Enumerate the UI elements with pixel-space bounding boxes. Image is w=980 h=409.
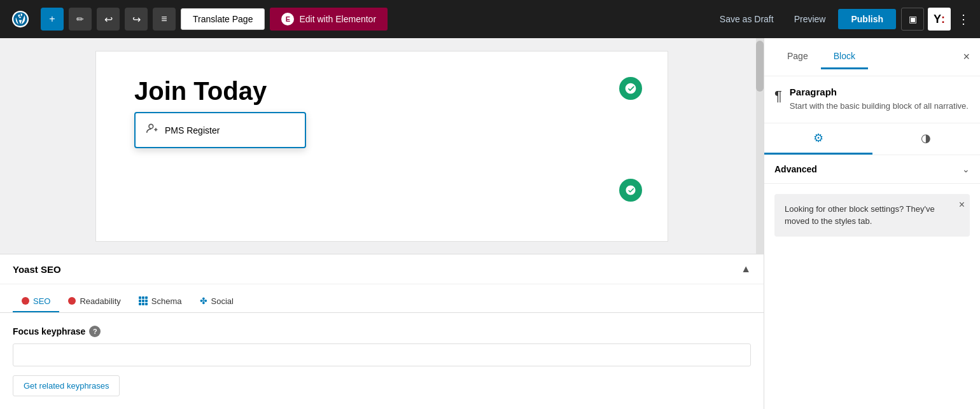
advanced-section[interactable]: Advanced ⌄ [764, 155, 980, 184]
toggle-sidebar-button[interactable]: ▣ [901, 8, 924, 31]
editor-area[interactable]: Join Today PMS Register /pms regis [0, 38, 764, 254]
elementor-button-label: Edit with Elementor [299, 14, 376, 24]
edit-with-elementor-button[interactable]: E Edit with Elementor [270, 8, 388, 31]
yoast-tab-social[interactable]: ✤ Social [191, 291, 242, 312]
preview-button[interactable]: Preview [787, 9, 834, 29]
sidebar-tab-block[interactable]: Block [821, 45, 868, 69]
sidebar-tabs: Page Block [774, 45, 868, 69]
scrollbar-thumb[interactable] [756, 41, 764, 92]
yoast-collapse-icon: ▲ [741, 263, 751, 275]
yoast-content: Focus keyphrase ? Get related keyphrases [0, 313, 764, 409]
social-icon: ✤ [200, 296, 207, 306]
yoast-seo-panel: Yoast SEO ▲ SEO Readability [0, 254, 764, 409]
yoast-tab-social-label: Social [211, 296, 234, 306]
page-title[interactable]: Join Today [134, 77, 629, 106]
settings-gear-icon: ⚙ [813, 131, 823, 145]
autocomplete-popup[interactable]: PMS Register [134, 112, 306, 148]
yoast-letter: Y [934, 13, 941, 26]
yoast-tab-seo[interactable]: SEO [13, 291, 59, 312]
more-options-button[interactable]: ⋮ [955, 9, 972, 29]
styles-contrast-icon: ◑ [921, 131, 931, 145]
block-type-desc: Start with the basic building block of a… [790, 100, 969, 113]
advanced-label: Advanced [774, 164, 817, 174]
sidebar: Page Block × ¶ Paragraph Start with the … [764, 38, 980, 409]
block-styles-tab[interactable]: ◑ [872, 123, 981, 155]
yoast-plugin-icon[interactable]: Y: [928, 8, 951, 31]
yoast-tab-schema[interactable]: Schema [130, 291, 191, 312]
focus-keyphrase-label: Focus keyphrase ? [13, 326, 751, 337]
yoast-dot: : [941, 13, 945, 26]
sidebar-tab-page[interactable]: Page [774, 45, 821, 69]
info-box-text: Looking for other block settings? They'v… [785, 204, 935, 226]
block-type-title: Paragraph [790, 87, 969, 97]
focus-keyphrase-help-icon[interactable]: ? [89, 326, 101, 337]
readability-status-dot [68, 297, 76, 305]
add-block-button[interactable]: + [41, 8, 64, 31]
get-related-keyphrases-button[interactable]: Get related keyphrases [13, 375, 120, 396]
yoast-tab-readability[interactable]: Readability [59, 291, 129, 312]
yoast-tabs: SEO Readability [0, 284, 764, 313]
block-info: Paragraph Start with the basic building … [790, 87, 969, 113]
elementor-icon: E [281, 13, 294, 25]
toolbar-right-icons: ▣ Y: ⋮ [901, 8, 972, 31]
main-area: Join Today PMS Register /pms regis [0, 38, 980, 409]
yoast-tab-seo-label: SEO [33, 296, 50, 306]
yoast-seo-title: Yoast SEO [13, 264, 61, 275]
block-style-tabs: ⚙ ◑ [764, 123, 980, 155]
info-box-close-button[interactable]: × [959, 199, 965, 211]
sidebar-header: Page Block × [764, 38, 980, 76]
focus-keyphrase-input[interactable] [13, 343, 751, 366]
publish-button[interactable]: Publish [838, 9, 896, 29]
grammarly-button-2[interactable] [619, 179, 642, 202]
undo-button[interactable]: ↩ [97, 8, 120, 31]
translate-page-button[interactable]: Translate Page [181, 8, 265, 30]
pen-tool-button[interactable]: ✏ [69, 8, 92, 31]
block-settings-tab[interactable]: ⚙ [764, 123, 872, 155]
autocomplete-label: PMS Register [165, 125, 220, 135]
editor-canvas: Join Today PMS Register /pms regis [95, 51, 668, 242]
pms-register-icon [146, 122, 158, 138]
scrollbar-track[interactable] [756, 38, 764, 254]
advanced-chevron-icon: ⌄ [962, 164, 970, 174]
redo-button[interactable]: ↪ [125, 8, 148, 31]
block-settings-info-box: Looking for other block settings? They'v… [774, 194, 970, 237]
wordpress-logo[interactable] [8, 6, 33, 32]
main-toolbar: + ✏ ↩ ↪ ≡ Translate Page E Edit with Ele… [0, 0, 980, 38]
save-as-draft-button[interactable]: Save as Draft [712, 9, 781, 29]
yoast-tab-readability-label: Readability [80, 296, 120, 306]
grammarly-button-1[interactable] [619, 77, 642, 100]
yoast-tab-schema-label: Schema [151, 296, 182, 306]
seo-status-dot [22, 297, 29, 305]
paragraph-block-icon: ¶ [774, 88, 782, 104]
sidebar-close-button[interactable]: × [963, 50, 970, 64]
svg-point-0 [149, 124, 153, 128]
autocomplete-item-pms-register[interactable]: PMS Register [139, 117, 301, 143]
tools-button[interactable]: ≡ [153, 8, 176, 31]
schema-grid-icon [139, 296, 148, 305]
yoast-seo-header[interactable]: Yoast SEO ▲ [0, 254, 764, 284]
block-info-section: ¶ Paragraph Start with the basic buildin… [764, 76, 980, 123]
